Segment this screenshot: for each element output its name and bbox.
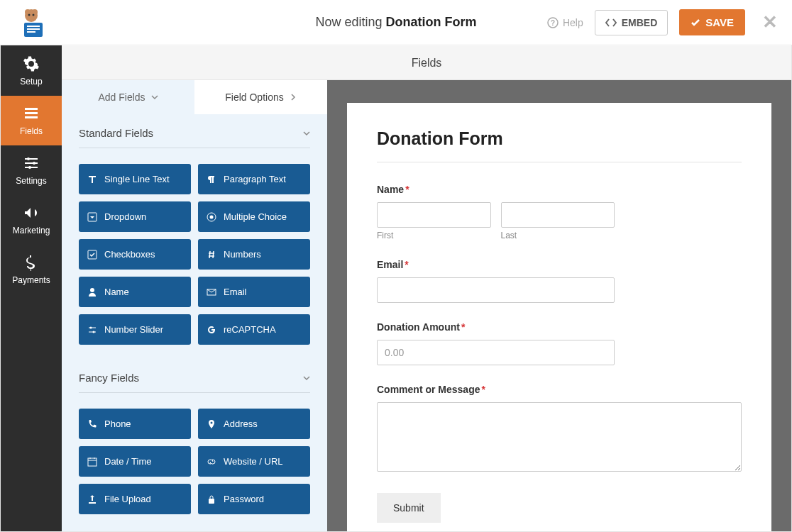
link-icon xyxy=(207,457,216,467)
bullhorn-icon xyxy=(23,204,40,221)
submit-button[interactable]: Submit xyxy=(377,493,441,523)
form-field-email[interactable]: Email* xyxy=(377,259,742,303)
field-dropdown[interactable]: Dropdown xyxy=(79,201,191,232)
close-button[interactable]: ✕ xyxy=(762,11,778,33)
svg-rect-11 xyxy=(25,108,38,110)
svg-point-3 xyxy=(28,13,31,16)
envelope-icon xyxy=(207,287,216,297)
svg-rect-8 xyxy=(27,31,35,33)
google-icon xyxy=(207,325,216,335)
svg-point-17 xyxy=(27,157,30,160)
save-button[interactable]: SAVE xyxy=(679,9,745,35)
paragraph-icon xyxy=(207,174,216,184)
map-marker-icon xyxy=(207,419,216,429)
chevron-right-icon xyxy=(290,94,297,101)
field-name[interactable]: Name xyxy=(79,277,191,307)
field-website[interactable]: Website / URL xyxy=(198,446,310,477)
form-title: Donation Form xyxy=(377,128,742,162)
field-phone[interactable]: Phone xyxy=(79,409,191,439)
field-address[interactable]: Address xyxy=(198,409,310,439)
help-link[interactable]: ? Help xyxy=(547,17,583,28)
field-paragraph-text[interactable]: Paragraph Text xyxy=(198,164,310,194)
first-sublabel: First xyxy=(377,231,491,240)
sidebar-label: Fields xyxy=(20,126,43,136)
svg-point-19 xyxy=(28,166,31,169)
tab-field-options[interactable]: Field Options xyxy=(194,80,327,114)
svg-text:?: ? xyxy=(551,19,555,27)
text-icon xyxy=(87,174,97,184)
check-icon xyxy=(691,18,700,28)
svg-point-18 xyxy=(33,162,35,165)
caret-square-icon xyxy=(87,212,97,222)
sidebar-item-settings[interactable]: Settings xyxy=(1,145,62,195)
wpforms-logo xyxy=(14,6,48,40)
field-recaptcha[interactable]: reCAPTCHA xyxy=(198,314,310,345)
svg-rect-13 xyxy=(25,116,38,118)
last-name-input[interactable] xyxy=(501,202,615,228)
svg-rect-7 xyxy=(27,28,40,30)
field-date-time[interactable]: Date / Time xyxy=(79,446,191,477)
svg-point-24 xyxy=(90,288,94,292)
question-circle-icon: ? xyxy=(547,17,559,28)
chevron-down-icon xyxy=(303,130,310,137)
field-password[interactable]: Password xyxy=(198,484,310,514)
svg-rect-12 xyxy=(25,112,38,114)
donation-input[interactable] xyxy=(377,340,615,365)
sidebar-label: Setup xyxy=(20,77,42,87)
comment-label: Comment or Message* xyxy=(377,384,742,395)
embed-button[interactable]: EMBED xyxy=(595,10,669,35)
comment-textarea[interactable] xyxy=(377,402,742,472)
donation-label: Donation Amount* xyxy=(377,321,742,333)
hashtag-icon xyxy=(207,250,216,260)
svg-rect-28 xyxy=(88,458,97,466)
form-icon xyxy=(23,105,40,122)
email-label: Email* xyxy=(377,259,742,270)
sidebar-label: Settings xyxy=(16,176,46,186)
form-field-comment[interactable]: Comment or Message* xyxy=(377,384,742,475)
sidebar-item-fields[interactable]: Fields xyxy=(1,96,62,145)
svg-point-4 xyxy=(33,13,35,16)
field-number-slider[interactable]: Number Slider xyxy=(79,314,191,345)
svg-point-27 xyxy=(93,331,95,333)
svg-point-22 xyxy=(210,215,214,218)
code-icon xyxy=(605,18,617,28)
first-name-input[interactable] xyxy=(377,202,491,228)
last-sublabel: Last xyxy=(501,231,615,240)
section-fancy-fields[interactable]: Fancy Fields xyxy=(79,359,310,393)
upload-icon xyxy=(87,494,97,504)
svg-rect-29 xyxy=(209,499,214,504)
field-single-line-text[interactable]: Single Line Text xyxy=(79,164,191,194)
sliders-icon xyxy=(23,155,40,172)
calendar-icon xyxy=(87,457,97,467)
sidebar-item-marketing[interactable]: Marketing xyxy=(1,195,62,245)
field-multiple-choice[interactable]: Multiple Choice xyxy=(198,201,310,232)
user-icon xyxy=(87,287,97,297)
chevron-down-icon xyxy=(151,94,158,101)
form-field-name[interactable]: Name* First Last xyxy=(377,184,742,240)
check-square-icon xyxy=(87,250,97,260)
svg-rect-6 xyxy=(27,26,40,27)
field-numbers[interactable]: Numbers xyxy=(198,239,310,270)
field-email[interactable]: Email xyxy=(198,277,310,307)
phone-icon xyxy=(87,419,97,429)
name-label: Name* xyxy=(377,184,742,195)
main-header-title: Fields xyxy=(62,46,791,80)
sliders-icon xyxy=(87,325,97,335)
form-field-donation[interactable]: Donation Amount* xyxy=(377,321,742,365)
tab-add-fields[interactable]: Add Fields xyxy=(62,80,194,114)
field-file-upload[interactable]: File Upload xyxy=(79,484,191,514)
section-standard-fields[interactable]: Standard Fields xyxy=(79,114,310,148)
dot-circle-icon xyxy=(207,212,216,222)
sidebar-item-setup[interactable]: Setup xyxy=(1,46,62,96)
svg-rect-15 xyxy=(25,162,38,164)
email-input[interactable] xyxy=(377,277,615,303)
svg-rect-14 xyxy=(25,158,38,160)
editing-header: Now editing Donation Form xyxy=(315,15,476,30)
sidebar-label: Marketing xyxy=(13,226,50,235)
sidebar-item-payments[interactable]: Payments xyxy=(1,245,62,294)
gear-icon xyxy=(23,55,40,72)
form-preview: Donation Form Name* First Last xyxy=(347,103,771,531)
dollar-icon xyxy=(23,254,40,271)
svg-point-26 xyxy=(90,326,92,328)
field-checkboxes[interactable]: Checkboxes xyxy=(79,239,191,270)
